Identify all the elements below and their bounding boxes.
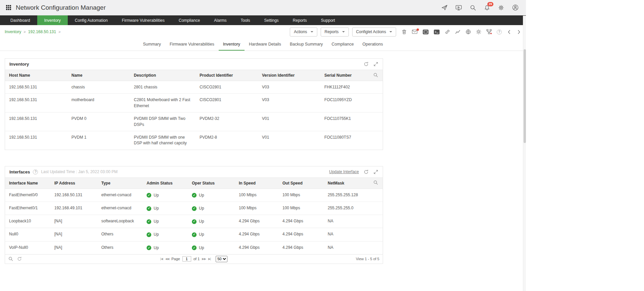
main-nav: DashboardInventoryConfig AutomationFirmw… — [0, 15, 526, 25]
interface-row[interactable]: Loopback10[NA]softwareLoopbackUpUp4.294 … — [5, 215, 383, 228]
interfaces-panel: Interfaces Last Updated Time : Jan 5, 20… — [5, 166, 383, 264]
tab-compliance[interactable]: Compliance — [327, 39, 358, 51]
interface-row[interactable]: FastEthernet0/1192.168.49.101ethernet-cs… — [5, 202, 383, 215]
cell-netmask: NA — [324, 228, 373, 241]
inventory-row[interactable]: 192.168.50.131motherboardC2801 Motherboa… — [5, 94, 383, 113]
scrollbar-thumb[interactable] — [524, 49, 526, 143]
first-page-button[interactable] — [160, 257, 163, 261]
terminal-icon[interactable] — [434, 29, 440, 34]
status-up-icon — [147, 245, 151, 250]
mail-icon[interactable] — [412, 29, 418, 34]
breadcrumb-item-inventory[interactable]: Inventory — [5, 29, 21, 34]
cell: 192.168.50.131 — [5, 94, 67, 113]
status-badge: Up — [147, 232, 159, 237]
nav-item-settings[interactable]: Settings — [257, 15, 285, 25]
apps-grid-icon[interactable] — [6, 5, 11, 10]
topology-icon[interactable] — [486, 29, 492, 34]
previous-page-button[interactable] — [165, 257, 169, 261]
configlet-actions-dropdown[interactable]: Configlet Actions — [352, 27, 396, 37]
nav-item-reports[interactable]: Reports — [286, 15, 314, 25]
last-page-button[interactable] — [208, 257, 211, 261]
inventory-row[interactable]: 192.168.50.131chassis2801 chassisCISCO28… — [5, 81, 383, 94]
globe-icon[interactable] — [466, 29, 471, 34]
cell-out-speed: 100 Mbps — [278, 202, 324, 215]
nav-item-firmware-vulnerabilities[interactable]: Firmware Vulnerabilities — [115, 15, 172, 25]
nav-item-config-automation[interactable]: Config Automation — [68, 15, 115, 25]
chevron-right-icon[interactable] — [517, 29, 521, 34]
column-header-ip-address[interactable]: IP Address — [50, 177, 97, 189]
cell-admin-status: Up — [143, 202, 188, 215]
search-icon[interactable] — [470, 5, 476, 11]
chevron-left-icon[interactable] — [507, 29, 512, 34]
column-header-host-name[interactable]: Host Name — [5, 70, 67, 81]
column-header-serial-number[interactable]: Serial Number — [320, 70, 373, 81]
nav-item-alarms[interactable]: Alarms — [207, 15, 233, 25]
table-refresh-icon[interactable] — [17, 257, 22, 261]
inventory-row[interactable]: 192.168.50.131PVDM 0PVDMII DSP SIMM with… — [5, 113, 383, 131]
column-header-out-speed[interactable]: Out Speed — [278, 177, 324, 189]
tab-backup-summary[interactable]: Backup Summary — [285, 39, 327, 51]
notifications-icon[interactable]: 29 — [484, 5, 490, 11]
column-search-icon[interactable] — [373, 70, 383, 81]
top-header: Network Configuration Manager — [0, 0, 526, 15]
breadcrumb-item-192-168-50-131[interactable]: 192.168.50.131 — [28, 29, 56, 34]
cell: FOC11095YZD — [320, 94, 373, 113]
column-header-interface-name[interactable]: Interface Name — [5, 177, 50, 189]
delete-icon[interactable] — [401, 29, 407, 34]
column-header-version-identifier[interactable]: Version Identifier — [258, 70, 320, 81]
expand-icon[interactable] — [373, 62, 378, 67]
tab-inventory[interactable]: Inventory — [219, 39, 245, 51]
actions-dropdown[interactable]: Actions — [290, 27, 317, 37]
update-interface-link[interactable]: Update Interface — [329, 169, 359, 174]
interface-row[interactable]: Null0[NA]OthersUpUp4.294 Gbps4.294 GbpsN… — [5, 228, 383, 241]
column-header-oper-status[interactable]: Oper Status — [188, 177, 235, 189]
settings-icon[interactable] — [498, 5, 504, 11]
expand-icon[interactable] — [373, 169, 378, 174]
refresh-icon[interactable] — [364, 62, 369, 67]
user-icon[interactable] — [512, 4, 519, 11]
interface-row[interactable]: FastEthernet0/0192.168.50.131ethernet-cs… — [5, 189, 383, 202]
nav-item-inventory[interactable]: Inventory — [37, 15, 68, 25]
nav-item-compliance[interactable]: Compliance — [172, 15, 207, 25]
chevron-down-icon — [342, 31, 345, 32]
demo-video-icon[interactable] — [455, 5, 462, 11]
tab-firmware-vulnerabilities[interactable]: Firmware Vulnerabilities — [165, 39, 219, 51]
cell: V01 — [258, 131, 320, 149]
nav-item-tools[interactable]: Tools — [233, 15, 257, 25]
console-icon[interactable] — [423, 29, 429, 34]
link-icon[interactable] — [445, 29, 450, 34]
cell-type: Others — [97, 241, 143, 254]
page-size-select[interactable]: 50 — [216, 256, 227, 262]
column-header-netmask[interactable]: NetMask — [324, 177, 373, 189]
top-header-left: Network Configuration Manager — [6, 4, 106, 11]
chart-icon[interactable] — [455, 29, 461, 34]
column-header-in-speed[interactable]: In Speed — [235, 177, 278, 189]
column-header-type[interactable]: Type — [97, 177, 143, 189]
table-search-icon[interactable] — [8, 257, 13, 261]
column-header-admin-status[interactable]: Admin Status — [143, 177, 188, 189]
inventory-row[interactable]: 192.168.50.131PVDM 1PVDMII DSP SIMM with… — [5, 131, 383, 149]
help-icon[interactable] — [497, 29, 502, 34]
cell-out-speed: 4.294 Gbps — [278, 228, 324, 241]
nav-item-dashboard[interactable]: Dashboard — [3, 15, 37, 25]
reports-dropdown[interactable]: Reports — [321, 27, 349, 37]
cell: V03 — [258, 81, 320, 94]
tab-hardware-details[interactable]: Hardware Details — [245, 39, 285, 51]
send-icon[interactable] — [441, 5, 447, 11]
cell-ip: [NA] — [50, 215, 97, 228]
column-header-description[interactable]: Description — [130, 70, 196, 81]
next-page-button[interactable] — [202, 257, 206, 261]
cell: PVDM 0 — [67, 113, 130, 131]
status-badge: Up — [192, 245, 204, 251]
page-input[interactable] — [182, 256, 191, 262]
tab-operations[interactable]: Operations — [358, 39, 387, 51]
troubleshoot-icon[interactable] — [476, 29, 481, 34]
refresh-icon[interactable] — [364, 169, 369, 174]
column-header-name[interactable]: Name — [67, 70, 130, 81]
nav-item-support[interactable]: Support — [314, 15, 342, 25]
column-search-icon[interactable] — [373, 177, 383, 189]
interfaces-help-icon[interactable] — [33, 169, 38, 174]
column-header-product-identifier[interactable]: Product Identifier — [196, 70, 258, 81]
interface-row[interactable]: VoIP-Null0[NA]OthersUpUp4.294 Gbps4.294 … — [5, 241, 383, 254]
tab-summary[interactable]: Summary — [139, 39, 165, 51]
